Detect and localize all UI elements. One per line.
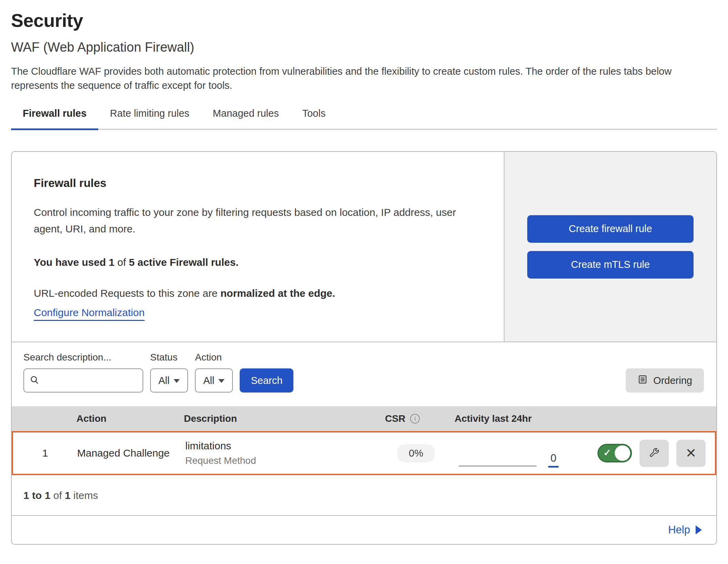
action-select[interactable]: All <box>195 368 233 393</box>
page-description: The Cloudflare WAF provides both automat… <box>11 64 717 93</box>
security-waf-page: Security WAF (Web Application Firewall) … <box>0 0 728 545</box>
page-title: Security <box>11 10 717 31</box>
filter-bar: Search description... Status All <box>12 342 716 406</box>
tab-managed-rules[interactable]: Managed rules <box>201 108 291 130</box>
search-description-group: Search description... <box>23 352 143 393</box>
status-select[interactable]: All <box>150 368 188 393</box>
status-select-value: All <box>158 375 169 386</box>
normalization-bold: normalized at the edge. <box>220 288 335 299</box>
overview-section: Firewall rules Control incoming traffic … <box>12 152 716 342</box>
overview-text-panel: Firewall rules Control incoming traffic … <box>12 152 504 342</box>
search-input[interactable] <box>43 375 158 386</box>
chevron-down-icon <box>174 379 180 383</box>
rule-priority: 1 <box>13 447 77 459</box>
ordering-button-label: Ordering <box>653 375 692 386</box>
search-description-label: Search description... <box>23 352 143 363</box>
usage-bold-end: 5 active Firewall rules. <box>129 257 239 268</box>
action-label: Action <box>195 352 233 363</box>
items-range: 1 to 1 <box>23 490 50 501</box>
usage-bold-start: You have used 1 <box>34 257 115 268</box>
chevron-down-icon <box>218 379 225 383</box>
action-select-value: All <box>203 375 214 386</box>
overview-heading: Firewall rules <box>34 177 482 190</box>
normalization-text: URL-encoded Requests to this zone are <box>34 288 220 299</box>
activity-count-link[interactable]: 0 <box>548 453 559 468</box>
normalization-line: URL-encoded Requests to this zone are no… <box>34 288 482 299</box>
rule-description-cell: limitations Request Method <box>185 440 378 466</box>
rule-activity-cell: 0 <box>454 432 568 474</box>
action-filter-group: Action All <box>195 352 233 393</box>
activity-count-underline <box>548 466 559 468</box>
create-firewall-rule-button[interactable]: Create firewall rule <box>527 215 694 243</box>
items-total: 1 <box>65 490 71 501</box>
create-mtls-rule-button[interactable]: Create mTLS rule <box>527 251 694 279</box>
status-label: Status <box>150 352 188 363</box>
card-footer: Help <box>12 515 716 544</box>
wrench-icon <box>648 447 660 460</box>
ordering-list-icon <box>637 374 648 387</box>
items-word: items <box>71 490 98 501</box>
search-icon <box>30 375 39 386</box>
help-link[interactable]: Help <box>668 524 702 536</box>
usage-mid: of <box>115 257 129 268</box>
tab-rate-limiting-rules[interactable]: Rate limiting rules <box>98 108 201 130</box>
column-header-action: Action <box>76 413 184 424</box>
overview-description: Control incoming traffic to your zone by… <box>34 204 475 237</box>
column-header-description: Description <box>184 413 377 424</box>
check-icon: ✓ <box>603 448 611 459</box>
rule-description[interactable]: limitations <box>185 440 378 452</box>
status-filter-group: Status All <box>150 352 188 393</box>
rule-action: Managed Challenge <box>77 447 185 459</box>
help-label: Help <box>668 524 690 536</box>
arrow-right-icon <box>696 525 702 534</box>
activity-sparkline <box>459 466 537 467</box>
rule-enabled-toggle[interactable]: ✓ <box>597 444 632 462</box>
rules-tab-bar: Firewall rules Rate limiting rules Manag… <box>11 108 717 130</box>
firewall-rules-card: Firewall rules Control incoming traffic … <box>11 151 717 545</box>
activity-count: 0 <box>550 453 556 463</box>
info-icon[interactable]: i <box>410 414 420 424</box>
table-row-rule-1: 1 Managed Challenge limitations Request … <box>12 431 716 475</box>
items-summary: 1 to 1 of 1 items <box>12 475 716 515</box>
csr-badge: 0% <box>397 444 435 462</box>
column-header-csr: CSR i <box>377 413 453 424</box>
tab-firewall-rules[interactable]: Firewall rules <box>11 108 98 130</box>
items-of: of <box>50 490 65 501</box>
usage-line: You have used 1 of 5 active Firewall rul… <box>34 257 482 268</box>
rule-controls: ✓ ✕ <box>568 440 715 467</box>
rule-expression-summary: Request Method <box>185 455 378 466</box>
delete-rule-button[interactable]: ✕ <box>676 440 706 467</box>
rule-csr-cell: 0% <box>378 444 454 462</box>
ordering-button[interactable]: Ordering <box>626 368 704 393</box>
search-input-box[interactable] <box>23 368 143 393</box>
configure-normalization-link[interactable]: Configure Normalization <box>34 307 145 321</box>
page-subtitle: WAF (Web Application Firewall) <box>11 40 717 55</box>
rules-table-header: Action Description CSR i Activity last 2… <box>12 406 716 431</box>
close-icon: ✕ <box>686 446 697 461</box>
create-actions-panel: Create firewall rule Create mTLS rule <box>504 152 716 342</box>
edit-rule-button[interactable] <box>639 440 669 467</box>
toggle-knob <box>615 446 630 461</box>
tab-tools[interactable]: Tools <box>291 108 337 130</box>
search-button[interactable]: Search <box>240 368 293 393</box>
csr-header-label: CSR <box>385 413 405 424</box>
column-header-activity: Activity last 24hr <box>453 413 566 424</box>
